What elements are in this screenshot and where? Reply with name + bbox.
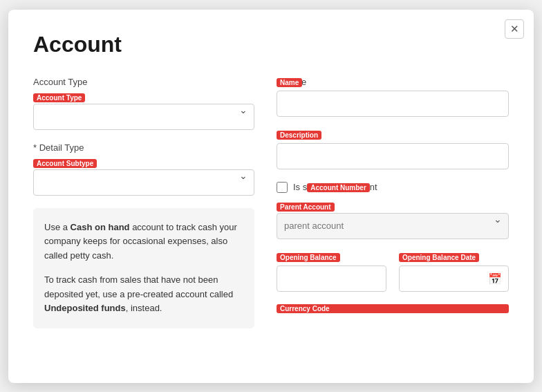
name-field: * Name Name [277,77,509,117]
close-icon: ✕ [510,23,519,35]
name-label: * Name [277,77,509,87]
detail-type-select[interactable] [33,169,254,196]
form-left: Account Type Account Type ⌄ * Detail Typ… [33,77,254,329]
name-input[interactable] [277,91,509,117]
currency-code-field: Currency Code [277,304,509,315]
form-right: * Name Name Description Description Is s [277,77,509,329]
name-tag: Name [277,78,302,87]
account-type-select[interactable] [33,104,254,130]
account-number-tag: Account Number [307,183,370,192]
info-box: Use a Cash on hand account to track cash… [33,208,254,329]
description-input[interactable] [277,143,509,169]
account-type-field: Account Type Account Type ⌄ [33,77,254,130]
detail-type-label: * Detail Type [33,142,254,153]
balance-row: Balance Opening Balance As of Opening Ba… [277,252,509,292]
sub-account-checkbox[interactable] [277,182,288,193]
currency-code-tag: Currency Code [277,304,509,313]
description-field: Description Description [277,129,509,169]
opening-balance-tag: Opening Balance [277,253,340,262]
parent-account-input[interactable] [277,213,509,239]
sub-account-field: Is sAccount Numbernt Parent Account ⌄ [277,182,509,239]
account-dialog: ✕ Account Account Type Account Type ⌄ * … [8,10,534,383]
account-type-label: Account Type [33,77,254,87]
account-type-select-wrapper: Account Type ⌄ [33,91,254,130]
sub-account-row: Is sAccount Numbernt [277,182,509,194]
form-layout: Account Type Account Type ⌄ * Detail Typ… [33,77,509,329]
parent-account-wrapper: Parent Account ⌄ [277,200,509,239]
dialog-title: Account [33,32,509,57]
account-type-tag: Account Type [33,93,85,102]
detail-type-tag: Account Subtype [33,159,97,168]
detail-type-select-wrapper: Account Subtype ⌄ [33,156,254,196]
parent-account-tag: Parent Account [277,203,335,212]
date-input-wrapper: 📅 [399,265,509,292]
opening-balance-input[interactable] [277,265,386,292]
as-of-date-input[interactable] [399,265,509,292]
close-button[interactable]: ✕ [505,19,524,39]
description-tag: Description [277,131,321,140]
as-of-field: As of Opening Balance Date 📅 [399,252,509,292]
info-paragraph-1: Use a Cash on hand account to track cash… [44,221,243,263]
balance-field: Balance Opening Balance [277,252,386,292]
info-paragraph-2: To track cash from sales that have not b… [44,273,243,316]
opening-balance-date-tag: Opening Balance Date [399,253,479,262]
detail-type-field: * Detail Type Account Subtype ⌄ [33,142,254,196]
